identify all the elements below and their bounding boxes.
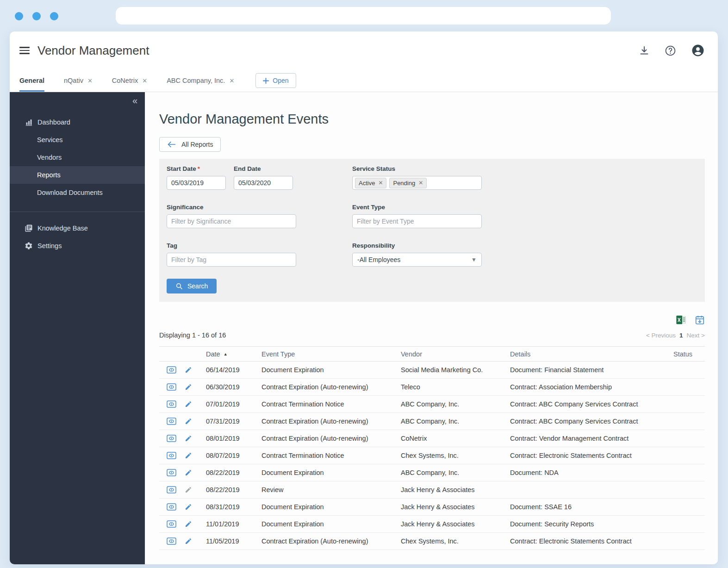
main-content: Vendor Management Events All Reports Sta…	[145, 92, 718, 564]
back-arrow-icon	[167, 141, 176, 148]
tab-general[interactable]: General	[19, 69, 44, 92]
sidebar-item-services[interactable]: Services	[10, 131, 145, 149]
view-event-icon[interactable]	[167, 503, 176, 511]
open-tab-button[interactable]: Open	[255, 73, 296, 88]
tag-group: Tag	[167, 242, 296, 267]
cell-date: 07/31/2019	[199, 418, 254, 425]
edit-icon[interactable]	[185, 520, 192, 528]
tab-abc-company[interactable]: ABC Company, Inc. ✕	[167, 69, 234, 92]
service-status-input[interactable]: Active ✕ Pending ✕	[352, 176, 482, 190]
browser-dot	[32, 12, 41, 20]
edit-icon[interactable]	[185, 537, 192, 545]
edit-icon[interactable]	[185, 435, 192, 442]
book-icon	[25, 224, 33, 232]
export-excel-icon[interactable]	[676, 315, 686, 325]
cell-date: 08/22/2019	[199, 469, 254, 476]
cell-event-type: Contract Expiration (Auto-renewing)	[254, 383, 393, 391]
next-page-link[interactable]: Next >	[687, 332, 705, 339]
cell-vendor: Jack Henry & Associates	[393, 520, 503, 528]
column-header-details[interactable]: Details	[503, 350, 666, 358]
download-icon[interactable]	[639, 45, 650, 56]
view-event-icon[interactable]	[167, 435, 176, 442]
column-header-vendor[interactable]: Vendor	[393, 350, 503, 358]
event-type-input[interactable]	[352, 214, 482, 228]
sidebar-item-knowledge-base[interactable]: Knowledge Base	[10, 219, 145, 237]
sidebar-item-download-documents[interactable]: Download Documents	[10, 184, 145, 201]
column-header-status[interactable]: Status	[666, 350, 705, 358]
table-row: 08/31/2019 Document Expiration Jack Henr…	[159, 499, 705, 516]
edit-icon[interactable]	[185, 452, 192, 459]
tab-bar: General nQativ ✕ CoNetrix ✕ ABC Company,…	[10, 69, 718, 92]
gear-icon	[25, 242, 33, 250]
sidebar-item-settings[interactable]: Settings	[10, 237, 145, 255]
cell-event-type: Contract Termination Notice	[254, 400, 393, 408]
table-row: 07/01/2019 Contract Termination Notice A…	[159, 396, 705, 413]
cell-event-type: Review	[254, 486, 393, 493]
responsibility-select[interactable]: -All Employees ▼	[352, 253, 482, 267]
collapse-sidebar-icon[interactable]: «	[132, 96, 137, 105]
edit-icon[interactable]	[185, 366, 192, 374]
view-event-icon[interactable]	[167, 469, 176, 476]
sidebar-item-vendors[interactable]: Vendors	[10, 149, 145, 166]
previous-page-link[interactable]: < Previous	[646, 332, 676, 339]
tab-close-icon[interactable]: ✕	[229, 77, 234, 84]
responsibility-value: -All Employees	[357, 256, 400, 263]
export-calendar-icon[interactable]	[695, 315, 705, 325]
app-header: Vendor Management	[10, 31, 718, 69]
tab-close-icon[interactable]: ✕	[87, 77, 93, 84]
start-date-input[interactable]	[167, 176, 226, 190]
end-date-input[interactable]	[234, 176, 293, 190]
sidebar-item-label: Dashboard	[37, 119, 70, 126]
significance-group: Significance	[167, 204, 296, 228]
results-summary: Displaying 1 - 16 of 16	[159, 331, 226, 339]
column-header-date[interactable]: Date ▲	[199, 350, 254, 358]
events-table: Date ▲ Event Type Vendor Details Status …	[159, 346, 705, 550]
cell-details: Document: Security Reports	[503, 520, 666, 528]
app-title: Vendor Management	[37, 44, 149, 58]
tab-conetrix[interactable]: CoNetrix ✕	[112, 69, 147, 92]
chip-close-icon[interactable]: ✕	[378, 180, 383, 186]
current-page-number[interactable]: 1	[679, 332, 683, 339]
view-event-icon[interactable]	[167, 452, 176, 459]
sidebar-item-dashboard[interactable]: Dashboard	[10, 113, 145, 131]
column-header-event-type[interactable]: Event Type	[254, 350, 393, 358]
cell-date: 08/01/2019	[199, 435, 254, 442]
view-event-icon[interactable]	[167, 486, 176, 493]
cell-vendor: Social Media Marketing Co.	[393, 366, 503, 374]
view-event-icon[interactable]	[167, 537, 176, 545]
start-date-label: Start Date*	[167, 165, 226, 172]
hamburger-menu-icon[interactable]	[19, 47, 30, 54]
account-icon[interactable]	[691, 44, 705, 57]
cell-event-type: Document Expiration	[254, 366, 393, 374]
all-reports-label: All Reports	[181, 141, 213, 148]
all-reports-button[interactable]: All Reports	[159, 137, 221, 152]
view-event-icon[interactable]	[167, 400, 176, 408]
cell-date: 06/30/2019	[199, 383, 254, 391]
cell-details: Contract: Electronic Statements Contract	[503, 537, 666, 545]
search-button[interactable]: Search	[167, 279, 217, 293]
help-icon[interactable]	[665, 45, 676, 56]
edit-icon[interactable]	[185, 503, 192, 511]
tag-input[interactable]	[167, 253, 296, 267]
cell-vendor: Teleco	[393, 383, 503, 391]
chevron-down-icon: ▼	[471, 256, 477, 263]
sidebar-item-reports[interactable]: Reports	[10, 166, 145, 184]
tab-close-icon[interactable]: ✕	[142, 77, 147, 84]
cell-vendor: ABC Company, Inc.	[393, 418, 503, 425]
view-event-icon[interactable]	[167, 418, 176, 425]
cell-date: 08/31/2019	[199, 503, 254, 511]
edit-icon[interactable]	[185, 486, 192, 493]
view-event-icon[interactable]	[167, 383, 176, 391]
chip-close-icon[interactable]: ✕	[418, 180, 423, 186]
edit-icon[interactable]	[185, 418, 192, 425]
edit-icon[interactable]	[185, 400, 192, 408]
view-event-icon[interactable]	[167, 520, 176, 528]
view-event-icon[interactable]	[167, 366, 176, 374]
tab-nqativ[interactable]: nQativ ✕	[64, 69, 93, 92]
edit-icon[interactable]	[185, 469, 192, 476]
edit-icon[interactable]	[185, 383, 192, 391]
browser-address-bar[interactable]	[116, 7, 611, 25]
cell-vendor: CoNetrix	[393, 435, 503, 442]
significance-input[interactable]	[167, 214, 296, 228]
cell-event-type: Contract Expiration (Auto-renewing)	[254, 435, 393, 442]
